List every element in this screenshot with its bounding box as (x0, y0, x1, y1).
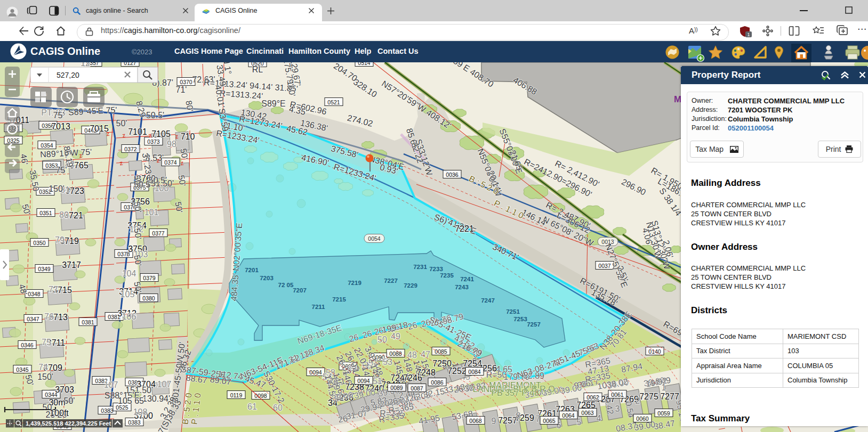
svg-text:98: 98 (167, 140, 176, 149)
svg-text:50': 50' (176, 174, 187, 186)
svg-text:0098: 0098 (254, 393, 267, 399)
svg-text:7201: 7201 (245, 267, 259, 273)
svg-text:7105: 7105 (151, 129, 171, 138)
svg-text:50': 50' (179, 148, 189, 160)
svg-text:50: 50 (377, 335, 387, 344)
svg-text:77: 77 (49, 285, 58, 294)
svg-text:46': 46' (19, 153, 29, 165)
svg-text:1,439,525.518 422,394.225 Feet: 1,439,525.518 422,394.225 Feet (26, 420, 111, 427)
svg-text:0348: 0348 (28, 291, 41, 297)
svg-text:53: 53 (383, 357, 392, 366)
svg-text:101: 101 (144, 208, 159, 217)
svg-text:104: 104 (122, 269, 136, 278)
svg-text:105 65': 105 65' (118, 396, 146, 405)
svg-text:150': 150' (37, 372, 53, 381)
svg-text:7275: 7275 (639, 392, 658, 401)
svg-text:0054: 0054 (368, 235, 381, 242)
svg-text:M: M (674, 94, 681, 104)
svg-text:0350: 0350 (33, 240, 46, 246)
svg-text:50.5': 50.5' (149, 176, 167, 185)
svg-text:0381: 0381 (82, 319, 94, 325)
svg-text:75: 75 (42, 338, 51, 347)
svg-text:0349: 0349 (38, 266, 51, 272)
svg-text:0061: 0061 (611, 392, 624, 398)
svg-text:7251: 7251 (506, 308, 520, 315)
svg-text:50': 50' (132, 254, 143, 266)
svg-text:80: 80 (59, 210, 69, 219)
svg-text:7253: 7253 (513, 316, 527, 322)
svg-text:3: 3 (615, 404, 620, 413)
svg-text:7207: 7207 (293, 287, 307, 294)
svg-text:0036: 0036 (446, 172, 459, 178)
svg-text:RL: RL (252, 65, 263, 74)
svg-text:1: 1 (662, 383, 666, 392)
svg-text:7203: 7203 (260, 275, 274, 281)
svg-text:710: 710 (181, 132, 195, 141)
svg-text:50': 50' (116, 119, 127, 128)
svg-text:7231: 7231 (413, 264, 427, 270)
svg-text:0354: 0354 (41, 142, 53, 149)
svg-text:79: 79 (55, 235, 65, 244)
svg-text:0060: 0060 (636, 415, 649, 422)
svg-text:50': 50' (132, 281, 143, 293)
svg-text:c: c (45, 92, 47, 97)
svg-text:47: 47 (421, 350, 430, 359)
svg-text:3703: 3703 (55, 385, 74, 394)
svg-text:527,20: 527,20 (57, 71, 79, 79)
svg-text:51: 51 (373, 377, 382, 386)
svg-text:0094: 0094 (357, 378, 370, 384)
svg-text:7257: 7257 (498, 416, 517, 425)
svg-text:0345: 0345 (16, 366, 29, 373)
svg-text:0380: 0380 (142, 295, 155, 301)
svg-text:7247: 7247 (481, 297, 495, 304)
svg-text:7227: 7227 (384, 278, 398, 284)
svg-text:7229: 7229 (404, 282, 417, 289)
svg-text:0521: 0521 (327, 99, 340, 105)
svg-text:0119: 0119 (230, 392, 243, 398)
svg-text:76: 76 (44, 312, 54, 321)
svg-text:0084: 0084 (468, 369, 481, 375)
svg-text:0087: 0087 (411, 385, 423, 392)
svg-text:75': 75' (56, 166, 67, 175)
svg-text:75': 75' (53, 111, 65, 120)
svg-text:7235: 7235 (440, 272, 454, 279)
svg-text:50': 50' (132, 201, 143, 213)
svg-text:1: 1 (747, 32, 750, 37)
svg-text:7243: 7243 (455, 284, 469, 290)
svg-text:8: 8 (516, 411, 521, 420)
svg-text:107: 107 (157, 380, 172, 389)
svg-text:26: 26 (337, 414, 349, 425)
svg-text:61: 61 (247, 402, 257, 411)
svg-text:130.94': 130.94' (142, 394, 170, 403)
svg-text:0370: 0370 (180, 79, 192, 85)
svg-text:0089: 0089 (390, 385, 403, 391)
svg-text:0063: 0063 (581, 410, 594, 416)
svg-text:0379: 0379 (143, 275, 156, 281)
svg-text:0088: 0088 (389, 351, 402, 357)
svg-text:0346: 0346 (21, 342, 34, 348)
svg-text:30m: 30m (49, 398, 65, 407)
svg-text:0373: 0373 (147, 138, 160, 145)
svg-text:7215: 7215 (332, 296, 346, 303)
svg-text:0383: 0383 (101, 407, 114, 414)
svg-text:72 05: 72 05 (278, 282, 294, 288)
svg-text:0514: 0514 (358, 62, 371, 66)
svg-text:9: 9 (492, 417, 496, 426)
svg-text:50': 50' (173, 201, 184, 213)
svg-text:0127: 0127 (124, 62, 136, 66)
svg-text:80': 80' (184, 100, 195, 112)
svg-text:0377: 0377 (152, 230, 165, 237)
svg-text:0086: 0086 (431, 379, 444, 386)
svg-text:100ft: 100ft (50, 409, 69, 418)
svg-text:106: 106 (122, 312, 136, 321)
svg-text:3717: 3717 (62, 260, 81, 270)
svg-text:0372: 0372 (124, 146, 137, 152)
svg-text:0325: 0325 (7, 137, 20, 144)
svg-text:108: 108 (133, 407, 148, 417)
svg-text:0068: 0068 (469, 418, 482, 424)
svg-text:0347: 0347 (27, 316, 39, 322)
svg-text:4: 4 (597, 414, 601, 423)
svg-text:7257: 7257 (527, 321, 541, 328)
svg-text:2: 2 (636, 396, 640, 405)
svg-text:50.5': 50.5' (146, 111, 164, 120)
